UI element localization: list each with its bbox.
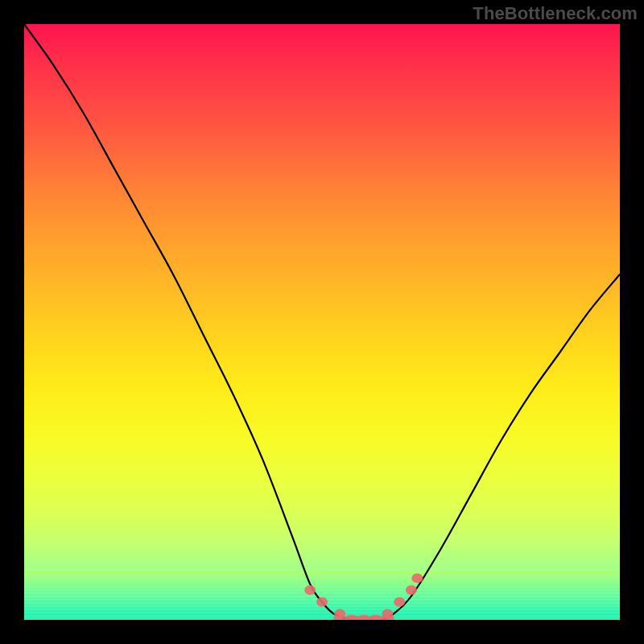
plot-area bbox=[24, 24, 620, 620]
curve-marker-bar bbox=[369, 616, 382, 620]
curve-marker bbox=[406, 585, 417, 595]
curve-layer bbox=[24, 24, 620, 620]
curve-marker bbox=[394, 597, 405, 607]
curve-marker-bar bbox=[381, 616, 394, 620]
curve-marker-bar bbox=[333, 616, 346, 620]
curve-marker bbox=[411, 573, 423, 583]
curve-marker-bar bbox=[357, 616, 370, 620]
curve-marker bbox=[316, 597, 328, 607]
curve-marker bbox=[304, 585, 316, 595]
watermark-text: TheBottleneck.com bbox=[473, 3, 638, 24]
curve-marker-bar bbox=[345, 616, 358, 620]
bottleneck-curve bbox=[24, 24, 620, 620]
chart-frame: TheBottleneck.com bbox=[0, 0, 644, 644]
marker-group bbox=[304, 573, 423, 620]
